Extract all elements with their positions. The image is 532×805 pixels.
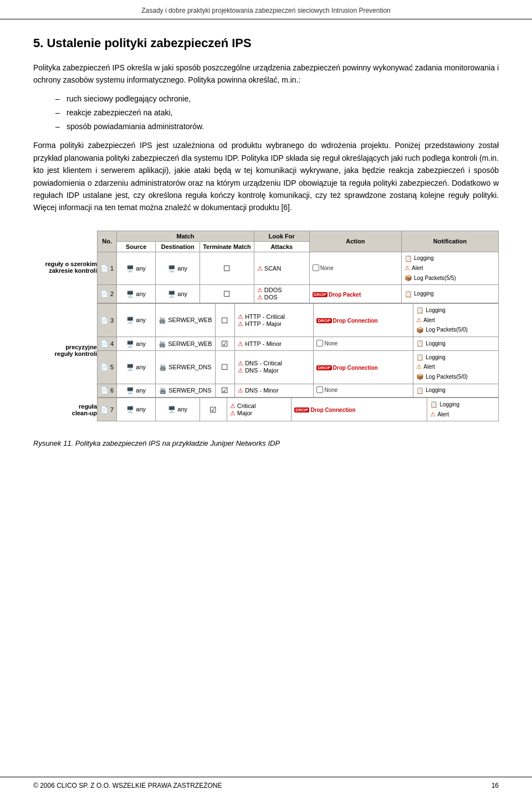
monitor-icon-7: 🖥️ — [126, 364, 134, 370]
th-source: Source — [117, 241, 156, 252]
notif-logpkt-1: 📦Log Packets(5/5) — [405, 273, 495, 283]
bullet-item-3: sposób powiadamiania administratorów. — [55, 120, 499, 134]
log-icon-7: 📋 — [430, 400, 438, 410]
table-row: 📄 5 🖥️ any 🖨️ SERWER_DNS ☐ — [98, 350, 499, 384]
th-action: Action — [309, 231, 401, 252]
cell-no-2: 📄 2 — [98, 285, 117, 303]
cell-source-3: 🖥️ any — [117, 304, 156, 337]
figure-caption: Rysunek 11. Polityka zabezpieczeń IPS na… — [33, 438, 499, 450]
th-lookfor: Look For — [254, 231, 309, 241]
log-icon-5: 📋 — [416, 353, 424, 363]
notif-logging-6: 📋Logging — [416, 386, 495, 396]
paragraph-2: Forma polityki zabezpieczeń IPS jest uza… — [33, 139, 499, 213]
cell-attacks-3: ⚠ HTTP - Critical ⚠ HTTP - Major — [235, 304, 314, 337]
logpkt-icon-1: 📦 — [405, 273, 412, 283]
cell-dest-3: 🖨️ SERWER_WEB — [156, 304, 215, 337]
none-badge-1 — [313, 264, 319, 271]
action-none-2: None — [316, 340, 337, 347]
attack-icon-10: ⚠ — [230, 402, 236, 409]
alert-icon-5: ⚠ — [416, 362, 422, 372]
group-row-2: precyzyjnereguły kontroli 📄 3 — [33, 303, 499, 398]
section-heading: 5. Ustalenie polityki zabezpieczeń IPS — [33, 36, 499, 50]
notif-logpkt-5: 📦Log Packets(5/0) — [416, 372, 495, 382]
cell-dest-1: 🖥️ any — [156, 252, 200, 285]
footer-page-number: 16 — [492, 782, 499, 789]
cell-terminate-6: ☑ — [215, 384, 235, 398]
cell-source-5: 🖥️ any — [117, 350, 156, 384]
cell-source-4: 🖥️ any — [117, 337, 156, 351]
none-badge-2 — [316, 340, 323, 347]
cell-terminate-5: ☐ — [215, 350, 235, 384]
cell-no-6: 📄 6 — [98, 384, 117, 398]
th-attacks: Attacks — [254, 241, 309, 252]
notif-alert-5: ⚠Alert — [416, 362, 495, 372]
monitor-icon-1: 🖥️ — [126, 265, 134, 272]
page-footer: © 2006 CLICO SP. Z O.O. WSZELKIE PRAWA Z… — [0, 777, 532, 794]
notif-logging-4: 📋Logging — [416, 339, 495, 349]
drop-badge: DROP — [313, 292, 328, 297]
group-row-1: reguły o szerokimzakresie kontroli No. M… — [33, 231, 499, 304]
drop-badge-3: DROP — [316, 365, 331, 370]
ips-table-group3: 📄 7 🖥️ any 🖥️ any ☑ — [97, 398, 499, 421]
cell-dest-6: 🖨️ SERWER_DNS — [156, 384, 215, 398]
cell-action-4: None — [314, 337, 413, 351]
doc-icon-2: 📄 — [100, 290, 109, 298]
monitor-icon-4: 🖥️ — [168, 291, 176, 297]
cell-attacks-4: ⚠ HTTP - Minor — [235, 337, 314, 351]
cell-notif-4: 📋Logging — [413, 337, 499, 351]
alert-icon-1: ⚠ — [405, 263, 410, 273]
log-icon-1: 📋 — [405, 254, 412, 264]
cell-terminate-2: ☐ — [200, 285, 254, 303]
notif-logging-3: 📋Logging — [416, 305, 495, 315]
th-terminate: Terminate Match — [200, 241, 254, 252]
cell-action-6: None — [314, 384, 413, 398]
attack-icon-5: ⚠ — [238, 320, 243, 327]
cell-attacks-6: ⚠ DNS - Minor — [235, 384, 314, 398]
cell-terminate-4: ☑ — [215, 337, 235, 351]
group-table-2: 📄 3 🖥️ any 🖨️ SERWER_WEB ☐ — [97, 303, 499, 398]
attack-icon-11: ⚠ — [230, 410, 236, 416]
cell-dest-4: 🖨️ SERWER_WEB — [156, 337, 215, 351]
cell-source-2: 🖥️ any — [117, 285, 156, 303]
cell-no-4: 📄 4 — [98, 337, 117, 351]
doc-icon-7: 📄 — [100, 406, 109, 414]
cell-notif-6: 📋Logging — [413, 384, 499, 398]
group-row-3: regułaclean-up 📄 7 🖥️ any — [33, 398, 499, 421]
cell-no-3: 📄 3 — [98, 304, 117, 337]
notif-alert-1: ⚠Alert — [405, 263, 495, 273]
table-row: 📄 1 🖥️ any 🖥️ any ☐ — [98, 252, 499, 285]
notif-alert-7: ⚠Alert — [430, 410, 495, 420]
attack-icon-9: ⚠ — [238, 387, 243, 394]
monitor-icon-8: 🖥️ — [126, 387, 134, 394]
cell-attacks-2: ⚠ DDOS ⚠ DOS — [254, 285, 309, 303]
cell-attacks-7: ⚠ Critical ⚠ Major — [227, 398, 291, 421]
table-row: 📄 4 🖥️ any 🖨️ SERWER_WEB ☑ — [98, 337, 499, 351]
group-label-1: reguły o szerokimzakresie kontroli — [33, 231, 97, 304]
server-icon-3: 🖨️ — [159, 364, 167, 370]
attack-icon-4: ⚠ — [238, 313, 243, 320]
paragraph-1: Polityka zabezpieczeń IPS określa w jaki… — [33, 62, 499, 86]
log-icon-2: 📋 — [405, 289, 412, 299]
server-icon-1: 🖨️ — [158, 317, 166, 323]
cell-action-2: DROPDrop Packet — [309, 285, 401, 303]
notif-alert-3: ⚠Alert — [416, 315, 495, 325]
group-label-3: regułaclean-up — [33, 398, 97, 421]
bullet-item-2: reakcje zabezpieczeń na ataki, — [55, 106, 499, 120]
cell-notif-3: 📋Logging ⚠Alert 📦Log Packets(5/0) — [413, 304, 499, 337]
drop-badge-4: DROP — [294, 407, 309, 412]
notif-logging-5: 📋Logging — [416, 353, 495, 363]
bullet-list: ruch sieciowy podlegający ochronie, reak… — [55, 92, 499, 134]
monitor-icon-9: 🖥️ — [126, 406, 134, 412]
server-icon-2: 🖨️ — [158, 340, 166, 347]
attack-icon-3: ⚠ — [257, 294, 263, 300]
action-none-1: None — [313, 264, 334, 271]
cell-action-7: DROPDrop Connection — [291, 398, 427, 421]
cell-source-1: 🖥️ any — [117, 252, 156, 285]
logpkt-icon-3: 📦 — [416, 325, 424, 335]
monitor-icon-6: 🖥️ — [126, 340, 134, 347]
attack-icon-1: ⚠ — [257, 265, 263, 272]
doc-icon-6: 📄 — [100, 386, 109, 394]
cell-action-1: None — [309, 252, 401, 285]
drop-connection-action-3: DROPDrop Connection — [294, 407, 355, 413]
cell-action-3: DROPDrop Connection — [314, 304, 413, 337]
